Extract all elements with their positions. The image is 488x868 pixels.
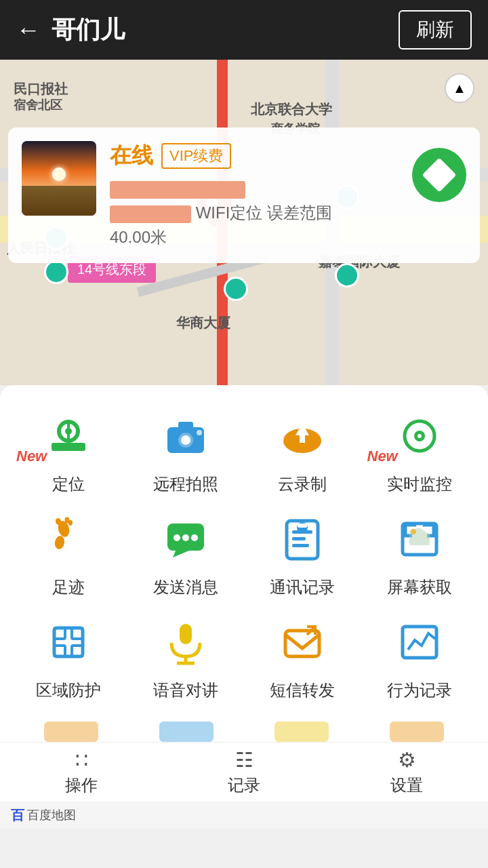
bottom-feature-panel: 定位 New 远程拍照 (0, 385, 488, 715)
app-header: ← 哥们儿 刷新 (0, 0, 488, 60)
partial-item-1 (14, 722, 129, 742)
location-icon-wrap (38, 406, 99, 467)
map-label-huashang: 华商大厦 (176, 314, 230, 332)
svg-point-11 (304, 438, 318, 449)
microphone-icon (162, 618, 209, 666)
behavior-log-label: 行为记录 (387, 679, 452, 701)
remote-photo-label: 远程拍照 (153, 473, 218, 495)
location-icon (45, 412, 92, 460)
feature-sms-forward[interactable]: 短信转发 (247, 612, 358, 701)
feature-zone-protect[interactable]: 区域防护 (14, 612, 124, 701)
user-detail-2: WIFI定位 误差范围 (110, 201, 399, 225)
cloud-upload-icon (279, 412, 326, 460)
map-marker-4 (224, 277, 248, 301)
feature-voice-talk[interactable]: 语音对讲 (131, 612, 241, 701)
tab-settings[interactable]: ⚙ 设置 (325, 743, 488, 802)
contact-log-icon (279, 515, 326, 563)
behavior-log-icon-wrap (389, 612, 450, 673)
zone-protect-icon (45, 618, 92, 666)
screen-capture-icon (396, 515, 443, 563)
sms-forward-icon (279, 618, 326, 666)
page-title: 哥们儿 (52, 14, 399, 47)
location-new-badge: New (16, 448, 47, 465)
map-compass[interactable]: ▲ (445, 73, 474, 103)
map-label-university: 北京联合大学 (251, 100, 332, 119)
brand-name: 百度地图 (27, 807, 76, 823)
svg-marker-23 (173, 551, 189, 557)
partial-icon-4 (390, 722, 444, 742)
operations-tab-icon: ∷ (75, 748, 88, 772)
feature-footprint[interactable]: 足迹 (14, 509, 124, 598)
svg-point-16 (418, 434, 422, 438)
realtime-monitor-icon-wrap (389, 406, 450, 467)
map-marker-3 (44, 260, 68, 284)
contact-log-icon-wrap (272, 509, 333, 570)
feature-send-message[interactable]: 发送消息 (131, 509, 241, 598)
svg-rect-35 (54, 628, 83, 656)
partial-item-4 (359, 722, 474, 742)
svg-point-10 (285, 435, 302, 449)
send-message-label: 发送消息 (153, 576, 218, 598)
feature-behavior-log[interactable]: 行为记录 (365, 612, 475, 701)
screen-capture-label: 屏幕获取 (387, 576, 452, 598)
back-button[interactable]: ← (16, 16, 41, 44)
status-online: 在线 (110, 141, 153, 171)
redacted-info-1 (110, 181, 245, 199)
records-tab-icon: ☷ (235, 748, 253, 772)
svg-rect-13 (300, 435, 305, 443)
footprint-label: 足迹 (52, 576, 85, 598)
svg-rect-0 (52, 443, 85, 451)
vip-badge[interactable]: VIP续费 (161, 143, 231, 169)
svg-rect-40 (180, 624, 192, 644)
feature-screen-capture[interactable]: 屏幕获取 (365, 509, 475, 598)
feature-contact-log[interactable]: 通讯记录 (247, 509, 358, 598)
records-tab-label: 记录 (228, 774, 260, 796)
footer-brand: 百 百度地图 (0, 802, 488, 829)
feature-remote-photo[interactable]: 远程拍照 (131, 406, 241, 495)
remote-photo-icon-wrap (155, 406, 216, 467)
svg-point-6 (181, 435, 190, 445)
svg-rect-7 (178, 422, 193, 429)
settings-tab-icon: ⚙ (398, 748, 416, 772)
feature-grid: 定位 New 远程拍照 (14, 406, 474, 701)
partial-item-3 (244, 722, 359, 742)
feature-realtime-monitor[interactable]: 实时监控 New (365, 406, 475, 495)
navigate-button[interactable] (412, 148, 466, 202)
tab-operations[interactable]: ∷ 操作 (0, 743, 163, 802)
tab-records[interactable]: ☷ 记录 (163, 743, 325, 802)
map-label-dorm: 宿舍北区 (14, 97, 62, 113)
map-area: 北京联合大学 商务学院 民口报社 宿舍北区 人民日报社 嘉泰国际大厦 华商大厦 … (0, 60, 488, 385)
sms-forward-label: 短信转发 (270, 679, 335, 701)
svg-point-8 (197, 430, 202, 435)
user-detail-range: 40.00米 (110, 225, 399, 250)
user-detail-1 (110, 176, 399, 201)
user-info-details: 在线 VIP续费 WIFI定位 误差范围 40.00米 (110, 141, 399, 250)
user-info-card: 在线 VIP续费 WIFI定位 误差范围 40.00米 (8, 127, 480, 263)
zone-protect-label: 区域防护 (36, 679, 101, 701)
footprint-icon (45, 515, 92, 563)
svg-point-24 (174, 534, 180, 541)
cloud-record-icon-wrap (272, 406, 333, 467)
svg-rect-30 (292, 544, 309, 547)
send-message-icon-wrap (155, 509, 216, 570)
feature-location[interactable]: 定位 New (14, 406, 124, 495)
svg-point-25 (182, 534, 189, 541)
refresh-button[interactable]: 刷新 (399, 10, 472, 50)
settings-tab-label: 设置 (390, 774, 423, 796)
behavior-log-icon (396, 618, 443, 666)
message-icon (162, 515, 209, 563)
screen-capture-icon-wrap (389, 509, 450, 570)
feature-cloud-record[interactable]: 云录制 (247, 406, 358, 495)
zone-protect-icon-wrap (38, 612, 99, 673)
operations-tab-label: 操作 (65, 774, 98, 796)
svg-point-26 (191, 534, 198, 541)
user-status-row: 在线 VIP续费 (110, 141, 399, 171)
svg-point-34 (411, 529, 416, 534)
next-row-partial (0, 715, 488, 742)
partial-icon-3 (274, 722, 329, 742)
monitor-icon (396, 412, 443, 460)
sms-forward-icon-wrap (272, 612, 333, 673)
svg-rect-45 (403, 627, 436, 658)
location-label: 定位 (52, 473, 85, 495)
svg-rect-32 (298, 524, 307, 528)
